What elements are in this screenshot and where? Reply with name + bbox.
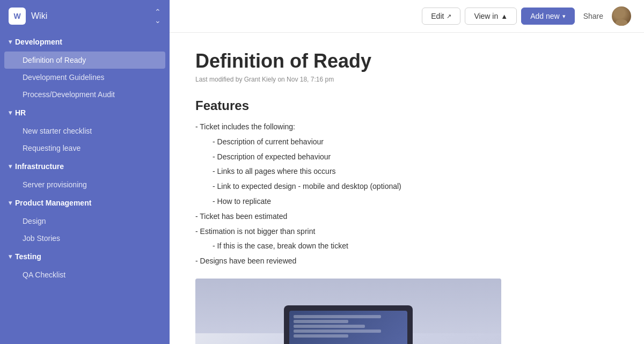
sidebar-section-product-management-items: Design Job Stories <box>0 213 170 247</box>
page-image <box>195 279 501 344</box>
chevron-down-icon: ▾ <box>9 253 12 260</box>
sidebar-item-server-provisioning[interactable]: Server provisioning <box>0 176 170 193</box>
screen-line <box>294 325 365 328</box>
view-in-label: View in <box>474 12 498 20</box>
sidebar-section-development[interactable]: ▾ Development <box>0 32 170 52</box>
chevron-down-icon: ▾ <box>9 199 12 207</box>
sidebar-header: W Wiki ⌃⌄ <box>0 0 170 32</box>
sidebar-section-testing-items: QA Checklist <box>0 266 170 283</box>
edit-label: Edit <box>431 12 444 20</box>
workspace-switcher-icon[interactable]: ⌃⌄ <box>155 8 161 25</box>
body-line-3: - Description of expected behaviour <box>195 151 618 164</box>
sidebar-item-definition-of-ready[interactable]: Definition of Ready <box>4 52 165 69</box>
sidebar-item-development-guidelines[interactable]: Development Guidelines <box>0 69 170 86</box>
google-drive-icon: ▲ <box>501 12 508 20</box>
sidebar: W Wiki ⌃⌄ ▾ Development Definition of Re… <box>0 0 170 344</box>
body-line-9: - If this is the case, break down the ti… <box>195 240 618 253</box>
body-line-2: - Description of current behaviour <box>195 136 618 149</box>
screen-line <box>294 315 381 318</box>
add-new-label: Add new <box>530 12 559 20</box>
page-meta: Last modified by Grant Kiely on Nov 18, … <box>195 76 618 83</box>
dropdown-arrow-icon: ▾ <box>562 13 566 20</box>
chevron-down-icon: ▾ <box>9 163 12 170</box>
page-content: Definition of Ready Last modified by Gra… <box>170 33 644 344</box>
sidebar-section-hr-items: New starter checklist Requesting leave <box>0 122 170 157</box>
sidebar-section-testing[interactable]: ▾ Testing <box>0 247 170 266</box>
chevron-down-icon: ▾ <box>9 109 12 116</box>
sidebar-item-design[interactable]: Design <box>0 213 170 230</box>
view-in-button[interactable]: View in ▲ <box>465 8 517 25</box>
nav-section-infrastructure: ▾ Infrastructure Server provisioning <box>0 157 170 193</box>
nav-section-development: ▾ Development Definition of Ready Develo… <box>0 32 170 103</box>
sidebar-section-infrastructure-items: Server provisioning <box>0 176 170 193</box>
sidebar-item-process-development-audit[interactable]: Process/Development Audit <box>0 86 170 103</box>
wiki-icon: W <box>9 8 26 25</box>
edit-button[interactable]: Edit ↗ <box>422 8 460 25</box>
sidebar-section-label: HR <box>15 108 26 117</box>
body-line-5: - Link to expected design - mobile and d… <box>195 180 618 193</box>
screen-line <box>294 330 381 333</box>
laptop-screen <box>289 311 407 344</box>
sidebar-section-label: Testing <box>15 252 41 261</box>
laptop-screen-content <box>289 311 407 344</box>
sidebar-section-hr[interactable]: ▾ HR <box>0 103 170 122</box>
sidebar-section-development-items: Definition of Ready Development Guidelin… <box>0 52 170 103</box>
sidebar-item-new-starter-checklist[interactable]: New starter checklist <box>0 122 170 140</box>
body-line-8: - Estimation is not bigger than sprint <box>195 225 618 238</box>
sidebar-section-label: Infrastructure <box>15 162 64 171</box>
features-heading: Features <box>195 98 618 113</box>
sidebar-item-requesting-leave[interactable]: Requesting leave <box>0 140 170 157</box>
sidebar-section-label: Product Management <box>15 199 91 207</box>
body-line-7: - Ticket has been estimated <box>195 210 618 223</box>
nav-section-hr: ▾ HR New starter checklist Requesting le… <box>0 103 170 157</box>
share-label: Share <box>583 12 603 20</box>
sidebar-section-label: Development <box>15 38 62 46</box>
share-button[interactable]: Share <box>579 8 608 24</box>
chevron-down-icon: ▾ <box>9 38 12 46</box>
screen-line <box>294 320 348 323</box>
topbar: Edit ↗ View in ▲ Add new ▾ Share <box>170 0 644 33</box>
laptop-graphic <box>284 305 413 344</box>
sidebar-section-infrastructure[interactable]: ▾ Infrastructure <box>0 157 170 176</box>
body-line-1: - Ticket includes the following: <box>195 121 618 134</box>
page-title: Definition of Ready <box>195 50 618 72</box>
body-line-4: - Links to all pages where this occurs <box>195 165 618 178</box>
nav-section-testing: ▾ Testing QA Checklist <box>0 247 170 283</box>
external-link-icon: ↗ <box>447 13 451 20</box>
add-new-button[interactable]: Add new ▾ <box>521 8 574 25</box>
sidebar-section-product-management[interactable]: ▾ Product Management <box>0 193 170 213</box>
screen-line <box>294 334 348 338</box>
wiki-title: Wiki <box>31 11 149 21</box>
main-area: Edit ↗ View in ▲ Add new ▾ Share Definit… <box>170 0 644 344</box>
nav-section-product-management: ▾ Product Management Design Job Stories <box>0 193 170 247</box>
body-line-6: - How to replicate <box>195 195 618 208</box>
content-body: - Ticket includes the following: - Descr… <box>195 121 618 268</box>
sidebar-item-job-stories[interactable]: Job Stories <box>0 230 170 247</box>
avatar <box>612 6 631 26</box>
body-line-10: - Designs have been reviewed <box>195 255 618 268</box>
sidebar-item-qa-checklist[interactable]: QA Checklist <box>0 266 170 283</box>
